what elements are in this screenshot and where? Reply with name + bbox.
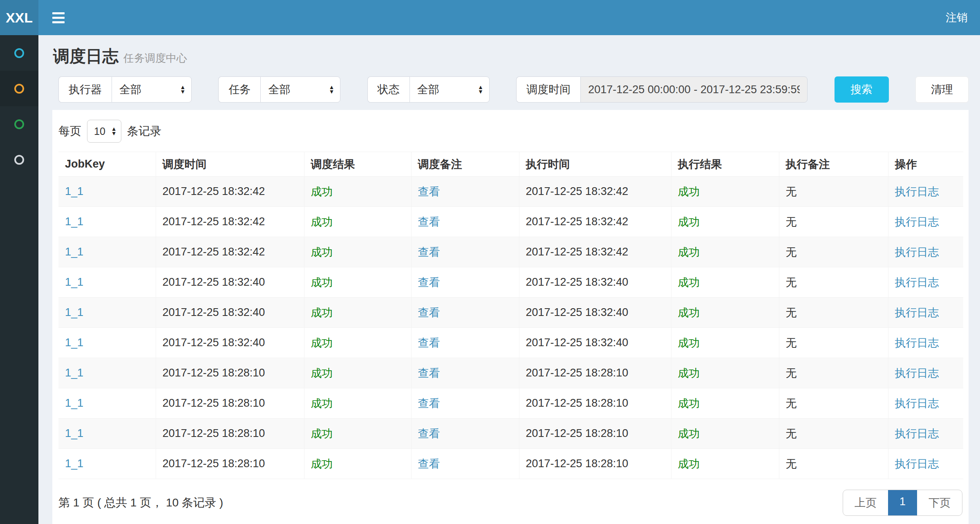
sidebar-item-4[interactable] <box>0 142 38 177</box>
current-page-button[interactable]: 1 <box>888 490 917 515</box>
handle-time-cell: 2017-12-25 18:32:42 <box>519 177 671 207</box>
trigger-msg-link[interactable]: 查看 <box>418 276 440 289</box>
sidebar-toggle-icon[interactable] <box>52 12 65 23</box>
handle-msg-cell: 无 <box>779 419 888 449</box>
sidebar-item-3[interactable] <box>0 106 38 142</box>
job-select-value: 全部 <box>268 82 290 97</box>
trigger-result-text: 成功 <box>311 186 333 198</box>
trigger-msg-link[interactable]: 查看 <box>418 458 440 470</box>
next-page-button[interactable]: 下页 <box>917 490 962 515</box>
prev-page-button[interactable]: 上页 <box>843 490 888 515</box>
executor-select[interactable]: 全部 ▲▼ <box>112 76 192 103</box>
exec-log-link[interactable]: 执行日志 <box>895 186 939 198</box>
handle-time-cell: 2017-12-25 18:28:10 <box>519 419 671 449</box>
exec-log-link[interactable]: 执行日志 <box>895 276 939 289</box>
trigger-result-text: 成功 <box>311 458 333 470</box>
page-size-select[interactable]: 10 ▲▼ <box>87 120 121 143</box>
column-header-2: 调度时间 <box>156 152 304 177</box>
column-header-7: 执行备注 <box>779 152 888 177</box>
select-arrows-icon: ▲▼ <box>180 85 186 94</box>
trigger-time-cell: 2017-12-25 18:32:42 <box>156 237 304 267</box>
handle-result-text: 成功 <box>678 397 700 410</box>
page-size-suffix: 条记录 <box>127 123 161 139</box>
trigger-result-text: 成功 <box>311 428 333 440</box>
jobkey-link[interactable]: 1_1 <box>65 215 83 228</box>
exec-log-link[interactable]: 执行日志 <box>895 307 939 319</box>
job-select[interactable]: 全部 ▲▼ <box>260 76 340 103</box>
jobkey-link[interactable]: 1_1 <box>65 246 83 258</box>
trigger-msg-link[interactable]: 查看 <box>418 367 440 379</box>
page-size-prefix: 每页 <box>58 123 81 139</box>
app-logo[interactable]: XXL <box>0 0 38 35</box>
select-arrows-icon: ▲▼ <box>329 85 335 94</box>
circle-icon <box>14 155 24 165</box>
status-select[interactable]: 全部 ▲▼ <box>409 76 490 103</box>
table-row: 1_1 2017-12-25 18:28:10 成功 查看 2017-12-25… <box>58 419 963 449</box>
exec-log-link[interactable]: 执行日志 <box>895 397 939 410</box>
trigger-result-text: 成功 <box>311 246 333 258</box>
jobkey-link[interactable]: 1_1 <box>65 457 83 470</box>
handle-result-text: 成功 <box>678 458 700 470</box>
table-row: 1_1 2017-12-25 18:32:42 成功 查看 2017-12-25… <box>58 177 963 207</box>
trigger-time-cell: 2017-12-25 18:28:10 <box>156 449 304 479</box>
handle-result-text: 成功 <box>678 337 700 349</box>
exec-log-link[interactable]: 执行日志 <box>895 216 939 228</box>
exec-log-link[interactable]: 执行日志 <box>895 367 939 379</box>
trigger-time-cell: 2017-12-25 18:28:10 <box>156 388 304 419</box>
clear-button[interactable]: 清理 <box>915 76 969 103</box>
handle-msg-cell: 无 <box>779 207 888 237</box>
jobkey-link[interactable]: 1_1 <box>65 276 83 288</box>
trigger-time-cell: 2017-12-25 18:32:42 <box>156 177 304 207</box>
navbar: 注销 <box>38 0 980 35</box>
jobkey-link[interactable]: 1_1 <box>65 367 83 379</box>
column-header-4: 调度备注 <box>411 152 519 177</box>
search-button[interactable]: 搜索 <box>835 76 889 103</box>
handle-time-cell: 2017-12-25 18:32:40 <box>519 298 671 328</box>
executor-filter-group: 执行器 全部 ▲▼ <box>58 76 192 103</box>
exec-log-link[interactable]: 执行日志 <box>895 337 939 349</box>
trigger-result-text: 成功 <box>311 397 333 410</box>
exec-log-link[interactable]: 执行日志 <box>895 428 939 440</box>
handle-msg-cell: 无 <box>779 388 888 419</box>
job-filter-group: 任务 全部 ▲▼ <box>218 76 340 103</box>
handle-time-cell: 2017-12-25 18:32:42 <box>519 237 671 267</box>
trigger-result-text: 成功 <box>311 216 333 228</box>
logout-link[interactable]: 注销 <box>946 10 968 25</box>
handle-result-text: 成功 <box>678 367 700 379</box>
select-arrows-icon: ▲▼ <box>478 85 483 94</box>
trigger-msg-link[interactable]: 查看 <box>418 397 440 410</box>
exec-log-link[interactable]: 执行日志 <box>895 246 939 258</box>
jobkey-link[interactable]: 1_1 <box>65 185 83 197</box>
job-filter-label: 任务 <box>218 76 260 103</box>
page-header: 调度日志任务调度中心 <box>52 35 969 76</box>
page-size-value: 10 <box>94 125 105 137</box>
handle-result-text: 成功 <box>678 428 700 440</box>
handle-msg-cell: 无 <box>779 358 888 388</box>
executor-filter-label: 执行器 <box>58 76 112 103</box>
time-filter-label: 调度时间 <box>516 76 580 103</box>
pagination: 上页 1 下页 <box>843 490 962 516</box>
trigger-msg-link[interactable]: 查看 <box>418 337 440 349</box>
top-navbar: XXL 注销 <box>0 0 980 35</box>
trigger-msg-link[interactable]: 查看 <box>418 216 440 228</box>
trigger-result-text: 成功 <box>311 367 333 379</box>
handle-time-cell: 2017-12-25 18:28:10 <box>519 388 671 419</box>
handle-result-text: 成功 <box>678 276 700 289</box>
handle-msg-cell: 无 <box>779 298 888 328</box>
trigger-msg-link[interactable]: 查看 <box>418 246 440 258</box>
sidebar-item-1[interactable] <box>0 35 38 71</box>
jobkey-link[interactable]: 1_1 <box>65 397 83 409</box>
trigger-msg-link[interactable]: 查看 <box>418 428 440 440</box>
main-content: 调度日志任务调度中心 执行器 全部 ▲▼ 任务 全部 ▲▼ 状态 全部 ▲▼ 调… <box>38 35 980 524</box>
jobkey-link[interactable]: 1_1 <box>65 306 83 318</box>
trigger-msg-link[interactable]: 查看 <box>418 307 440 319</box>
circle-icon <box>14 84 24 94</box>
trigger-msg-link[interactable]: 查看 <box>418 186 440 198</box>
exec-log-link[interactable]: 执行日志 <box>895 458 939 470</box>
trigger-result-text: 成功 <box>311 337 333 349</box>
jobkey-link[interactable]: 1_1 <box>65 336 83 349</box>
column-header-3: 调度结果 <box>304 152 411 177</box>
jobkey-link[interactable]: 1_1 <box>65 427 83 439</box>
time-range-input[interactable] <box>580 76 808 103</box>
sidebar-item-2[interactable] <box>0 71 38 106</box>
